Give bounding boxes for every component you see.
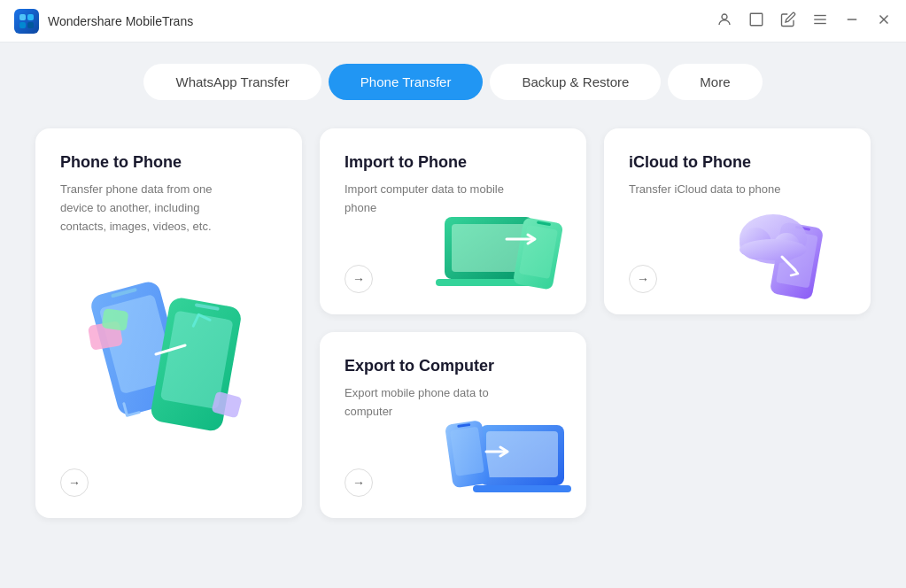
window-icon[interactable]	[748, 12, 764, 31]
export-illustration	[440, 403, 577, 509]
main-content: WhatsApp Transfer Phone Transfer Backup …	[0, 43, 906, 588]
card-icloud-title: iCloud to Phone	[629, 153, 846, 172]
minimize-icon[interactable]	[844, 12, 860, 31]
card-icloud-to-phone[interactable]: iCloud to Phone Transfer iCloud data to …	[604, 128, 871, 314]
tab-more[interactable]: More	[668, 64, 762, 100]
card-import-title: Import to Phone	[345, 153, 561, 172]
titlebar-left: Wondershare MobileTrans	[14, 9, 193, 34]
card-phone-to-phone[interactable]: Phone to Phone Transfer phone data from …	[35, 128, 302, 518]
svg-rect-0	[19, 14, 26, 20]
phone-to-phone-illustration	[54, 252, 284, 465]
cards-grid: Phone to Phone Transfer phone data from …	[35, 128, 871, 518]
menu-icon[interactable]	[812, 12, 828, 31]
edit-icon[interactable]	[780, 12, 796, 31]
import-illustration	[436, 190, 577, 306]
svg-rect-35	[486, 431, 558, 477]
card-export-arrow[interactable]: →	[345, 468, 373, 497]
svg-rect-1	[27, 14, 34, 20]
app-title: Wondershare MobileTrans	[48, 14, 193, 28]
svg-rect-22	[452, 224, 526, 272]
svg-point-4	[722, 14, 727, 19]
app-icon	[14, 9, 39, 34]
titlebar: Wondershare MobileTrans	[0, 0, 906, 43]
nav-tabs: WhatsApp Transfer Phone Transfer Backup …	[35, 64, 871, 100]
titlebar-controls	[716, 12, 892, 31]
tab-phone[interactable]: Phone Transfer	[329, 64, 484, 100]
svg-rect-36	[473, 485, 571, 492]
svg-rect-2	[19, 22, 26, 28]
card-icloud-arrow[interactable]: →	[629, 265, 657, 293]
card-phone-to-phone-title: Phone to Phone	[60, 153, 277, 172]
svg-rect-19	[101, 308, 128, 331]
card-export-to-computer[interactable]: Export to Computer Export mobile phone d…	[320, 332, 586, 518]
svg-point-33	[740, 239, 807, 260]
card-import-to-phone[interactable]: Import to Phone Import computer data to …	[320, 128, 586, 314]
user-icon[interactable]	[716, 12, 732, 31]
tab-whatsapp[interactable]: WhatsApp Transfer	[143, 64, 321, 100]
svg-rect-3	[27, 22, 34, 28]
svg-rect-5	[750, 13, 763, 26]
card-phone-to-phone-arrow[interactable]: →	[60, 468, 89, 497]
card-import-arrow[interactable]: →	[345, 265, 373, 293]
close-icon[interactable]	[876, 12, 892, 31]
icloud-illustration	[729, 190, 862, 306]
card-phone-to-phone-desc: Transfer phone data from one device to a…	[60, 181, 220, 236]
tab-backup[interactable]: Backup & Restore	[490, 64, 661, 100]
card-export-title: Export to Computer	[345, 357, 561, 375]
